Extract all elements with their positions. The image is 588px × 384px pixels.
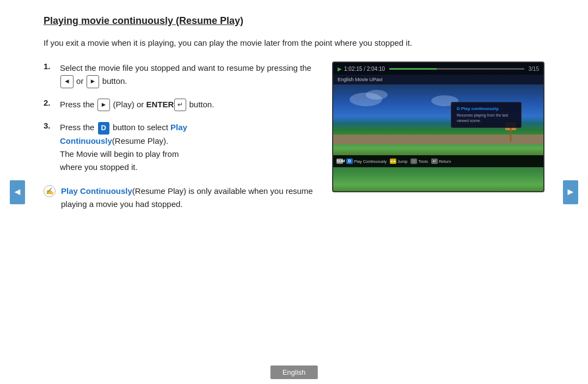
return-icon: ↩	[431, 159, 438, 164]
popup-menu: D Play continuously. Resumes playing fro…	[451, 102, 522, 128]
bottom-btn-jump: ◄► Jump	[390, 159, 407, 164]
bottom-btn-play-cont: D Play Continuously	[346, 159, 387, 164]
bottom-lang: English	[271, 367, 318, 376]
tools-label: Tools	[418, 159, 428, 164]
language-button[interactable]: English	[271, 365, 318, 379]
bottom-btn-sum: SUM	[336, 159, 343, 164]
step-2-text-before: Press the	[60, 100, 97, 109]
return-label: Return	[439, 159, 451, 164]
play-button-icon: ►	[97, 99, 111, 111]
step-2-num: 2.	[44, 98, 54, 107]
note-blue-text: Play Continuously	[61, 186, 132, 196]
step-1: 1. Select the movie file you stopped and…	[44, 62, 316, 88]
screenshot-area: ▶ 1:02:15 / 2:04:10 3/15 English Movie U…	[332, 62, 544, 192]
step-1-text-after: button.	[100, 76, 127, 86]
note-icon: ✍	[44, 185, 56, 197]
tv-top-bar: ▶ 1:02:15 / 2:04:10 3/15	[333, 63, 543, 75]
tools-icon: □	[411, 159, 417, 164]
popup-subtitle: Resumes playing from the last viewed sce…	[457, 113, 516, 124]
d-icon: D	[346, 159, 353, 164]
enter-button-icon: ↵	[174, 99, 186, 111]
tv-time: 1:02:15 / 2:04:10	[344, 66, 385, 72]
bottom-btn-tools: □ Tools	[411, 159, 428, 164]
tv-title-bar: English Movie UPavi	[333, 75, 543, 84]
step-1-text-before: Select the movie file you stopped and wa…	[60, 63, 311, 72]
step-2-text-middle: (Play) or	[111, 100, 146, 109]
d-button-inline: D	[98, 122, 109, 135]
step-3-num: 3.	[44, 121, 54, 130]
steps-column: 1. Select the movie file you stopped and…	[44, 62, 316, 211]
step-3: 3. Press the D button to select PlayCont…	[44, 121, 316, 173]
tv-screen: ▶ 1:02:15 / 2:04:10 3/15 English Movie U…	[332, 62, 544, 192]
jump-label: Jump	[397, 159, 407, 164]
cloud-2	[366, 90, 388, 100]
page-title: Playing movie continuously (Resume Play)	[44, 15, 544, 27]
step-1-num: 1.	[44, 62, 54, 71]
tv-bottom-bar: SUM D Play Continuously ◄► Jump □ Tools	[333, 155, 543, 167]
sum-icon: SUM	[336, 159, 343, 164]
note-text: Play Continuously(Resume Play) is only a…	[61, 185, 316, 211]
left-arrow-icon: ◄	[13, 186, 22, 198]
main-layout: 1. Select the movie file you stopped and…	[44, 62, 544, 211]
popup-title: D Play continuously.	[457, 106, 516, 111]
nav-arrow-left[interactable]: ◄	[10, 180, 25, 204]
intro-text: If you exit a movie when it is playing, …	[44, 36, 544, 50]
note-section: ✍ Play Continuously(Resume Play) is only…	[44, 185, 316, 211]
tv-scene: D Play continuously. Resumes playing fro…	[333, 84, 543, 155]
right-arrow-icon: ►	[566, 186, 575, 198]
bottom-btn-return: ↩ Return	[431, 159, 451, 164]
step-1-text: Select the movie file you stopped and wa…	[60, 62, 316, 88]
tv-progress-fill	[389, 68, 437, 70]
tv-page-num: 3/15	[529, 66, 539, 72]
step-2: 2. Press the ► (Play) or ENTER↵ button.	[44, 98, 316, 112]
step-2-text-after: button.	[187, 100, 214, 109]
enter-label: ENTER	[146, 100, 174, 109]
sign-pole	[510, 126, 512, 142]
page-content: Playing movie continuously (Resume Play)…	[0, 0, 588, 222]
step-1-text-middle: or	[74, 76, 86, 86]
step-2-text: Press the ► (Play) or ENTER↵ button.	[60, 98, 214, 112]
tv-play-icon: ▶	[338, 66, 342, 72]
forward-button-icon: ►	[87, 75, 100, 88]
back-button-icon: ◄	[60, 75, 74, 88]
tv-movie-title: English Movie UPavi	[338, 77, 383, 82]
play-cont-label: Play Continuously	[354, 159, 387, 164]
nav-arrow-right[interactable]: ►	[563, 180, 578, 204]
jump-icon: ◄►	[390, 159, 396, 164]
tv-progress-bar	[389, 68, 524, 70]
step-3-text: Press the D button to select PlayContinu…	[60, 121, 187, 173]
